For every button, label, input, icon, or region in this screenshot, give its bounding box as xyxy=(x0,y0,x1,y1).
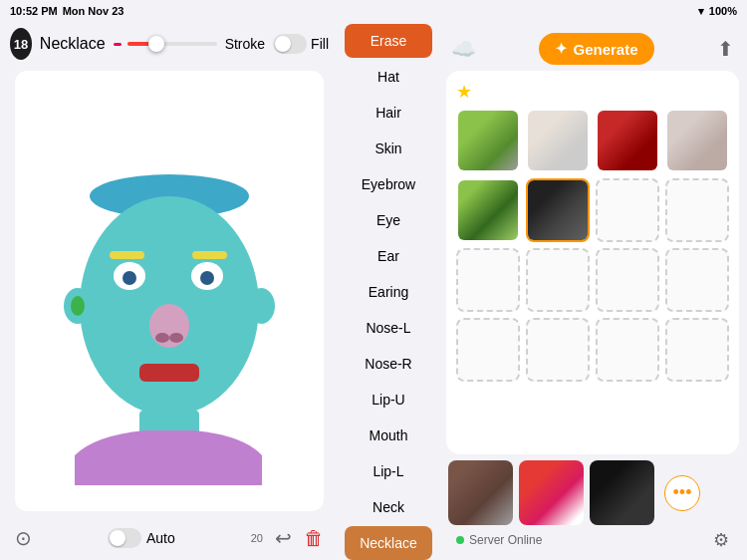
tool-badge: 18 xyxy=(10,28,32,60)
canvas-panel: 18 Necklace Stroke Fill xyxy=(0,22,339,560)
category-item-eyebrow[interactable]: Eyebrow xyxy=(345,167,432,201)
generate-button[interactable]: ✦ Generate xyxy=(539,33,653,65)
grid-row-3 xyxy=(456,248,729,312)
category-item-lip-l[interactable]: Lip-L xyxy=(345,454,432,488)
grid-cell-13-empty xyxy=(456,318,520,382)
toolbar: 18 Necklace Stroke Fill xyxy=(0,22,339,66)
star-icon: ★ xyxy=(456,81,472,103)
grid-cell-8-empty xyxy=(665,178,729,242)
svg-point-8 xyxy=(200,271,214,285)
wifi-icon: ▾ xyxy=(698,5,704,18)
face-svg xyxy=(15,71,324,511)
erase-button[interactable]: Erase xyxy=(345,24,432,58)
fill-toggle-container: Fill xyxy=(273,34,329,54)
stroke-indicator xyxy=(114,43,122,46)
stroke-slider-container xyxy=(114,42,217,46)
server-dot xyxy=(456,536,464,544)
fill-toggle[interactable] xyxy=(273,34,307,54)
status-bar: 10:52 PM Mon Nov 23 ▾ 100% xyxy=(0,0,747,22)
drawing-canvas[interactable] xyxy=(15,71,324,511)
grid-cell-10-empty xyxy=(526,248,590,312)
slider-thumb[interactable] xyxy=(148,36,164,52)
category-item-ear[interactable]: Ear xyxy=(345,239,432,273)
cloud-icon[interactable]: ☁️ xyxy=(451,37,476,61)
settings-icon[interactable]: ⚙ xyxy=(713,529,729,551)
bottom-right: 20 ↩ 🗑 xyxy=(251,526,324,550)
camera-icon[interactable]: ⊙ xyxy=(15,526,32,550)
category-item-hair[interactable]: Hair xyxy=(345,96,432,130)
svg-rect-4 xyxy=(192,251,227,259)
auto-label: Auto xyxy=(146,530,175,546)
generate-sparkle-icon: ✦ xyxy=(555,40,568,58)
thumbnail-row: ••• xyxy=(446,460,739,525)
thumbnail-3[interactable] xyxy=(590,460,654,525)
grid-cell-2[interactable] xyxy=(526,109,590,172)
category-item-eye[interactable]: Eye xyxy=(345,203,432,237)
grid-cell-11-empty xyxy=(596,248,659,312)
more-button[interactable]: ••• xyxy=(664,475,700,511)
status-day: Mon Nov 23 xyxy=(63,5,124,17)
grid-cell-6-selected[interactable] xyxy=(526,178,590,242)
grid-cell-14-empty xyxy=(526,318,590,382)
bottom-left: ⊙ xyxy=(15,526,32,550)
undo-icon[interactable]: ↩ xyxy=(275,526,292,550)
right-panel: ☁️ ✦ Generate ⬆ ★ xyxy=(438,22,747,560)
category-item-lip-u[interactable]: Lip-U xyxy=(345,383,432,417)
category-item-skin[interactable]: Skin xyxy=(345,132,432,165)
svg-rect-15 xyxy=(139,364,199,382)
svg-point-13 xyxy=(247,288,275,324)
right-top-bar: ☁️ ✦ Generate ⬆ xyxy=(446,27,739,71)
bottom-toolbar: ⊙ Auto 20 ↩ 🗑 xyxy=(0,516,339,560)
grid-cell-1[interactable] xyxy=(456,109,520,172)
svg-rect-3 xyxy=(110,251,144,259)
trash-icon[interactable]: 🗑 xyxy=(304,527,324,550)
grid-cell-15-empty xyxy=(596,318,659,382)
grid-cell-7-empty xyxy=(596,178,659,242)
category-panel: Erase Hat Hair Skin Eyebrow Eye Ear Eari… xyxy=(339,22,438,560)
generate-label: Generate xyxy=(573,41,637,58)
grid-cell-3[interactable] xyxy=(596,109,659,172)
grid-cell-4[interactable] xyxy=(665,109,729,172)
category-item-neck[interactable]: Neck xyxy=(345,490,432,524)
svg-rect-18 xyxy=(144,430,194,485)
thumbnail-2[interactable] xyxy=(519,460,584,525)
share-icon[interactable]: ⬆ xyxy=(717,37,734,61)
star-row: ★ xyxy=(456,81,729,103)
category-item-mouth[interactable]: Mouth xyxy=(345,419,432,452)
server-status-label: Server Online xyxy=(469,533,542,547)
svg-point-14 xyxy=(71,296,85,316)
auto-toggle-group: Auto xyxy=(108,528,175,548)
status-left: 10:52 PM Mon Nov 23 xyxy=(10,5,124,17)
thumbnail-1[interactable] xyxy=(448,460,513,525)
auto-toggle[interactable] xyxy=(108,528,141,548)
category-item-earing[interactable]: Earing xyxy=(345,275,432,309)
svg-point-10 xyxy=(155,333,169,343)
svg-point-11 xyxy=(169,333,183,343)
svg-point-9 xyxy=(149,304,189,348)
stroke-slider[interactable] xyxy=(127,42,217,46)
category-item-necklace[interactable]: Necklace xyxy=(345,526,432,560)
tool-name-label: Necklace xyxy=(40,35,106,53)
fill-label: Fill xyxy=(311,36,329,52)
undo-count: 20 xyxy=(251,532,263,544)
bottom-status-bar: Server Online ⚙ xyxy=(446,525,739,555)
main-content: 18 Necklace Stroke Fill xyxy=(0,22,747,560)
server-status: Server Online xyxy=(456,533,542,547)
category-item-nose-l[interactable]: Nose-L xyxy=(345,311,432,345)
grid-row-4 xyxy=(456,318,729,382)
grid-cell-9-empty xyxy=(456,248,520,312)
battery-label: 100% xyxy=(709,5,737,17)
image-grid-container: ★ xyxy=(446,71,739,454)
category-item-hat[interactable]: Hat xyxy=(345,60,432,94)
grid-cell-12-empty xyxy=(665,248,729,312)
grid-row-1 xyxy=(456,109,729,172)
stroke-label: Stroke xyxy=(225,36,265,52)
grid-row-2 xyxy=(456,178,729,242)
status-time: 10:52 PM xyxy=(10,5,58,17)
category-item-nose-r[interactable]: Nose-R xyxy=(345,347,432,381)
svg-point-7 xyxy=(123,271,136,285)
grid-cell-16-empty xyxy=(665,318,729,382)
status-right: ▾ 100% xyxy=(698,5,737,18)
grid-cell-5[interactable] xyxy=(456,178,520,242)
